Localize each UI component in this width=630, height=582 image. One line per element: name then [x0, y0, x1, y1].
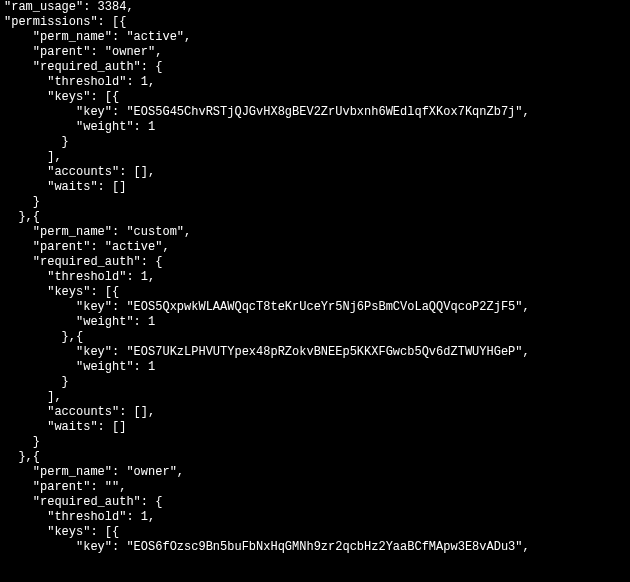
- json-code-block: "ram_usage": 3384, "permissions": [{ "pe…: [0, 0, 630, 555]
